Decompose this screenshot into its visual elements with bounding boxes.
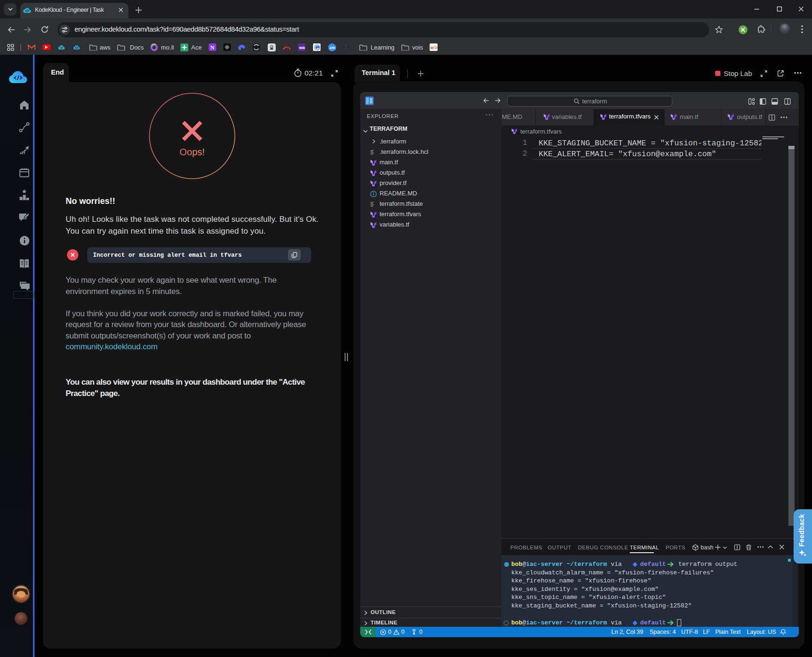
svg-text:Oops!: Oops! [179, 147, 204, 157]
